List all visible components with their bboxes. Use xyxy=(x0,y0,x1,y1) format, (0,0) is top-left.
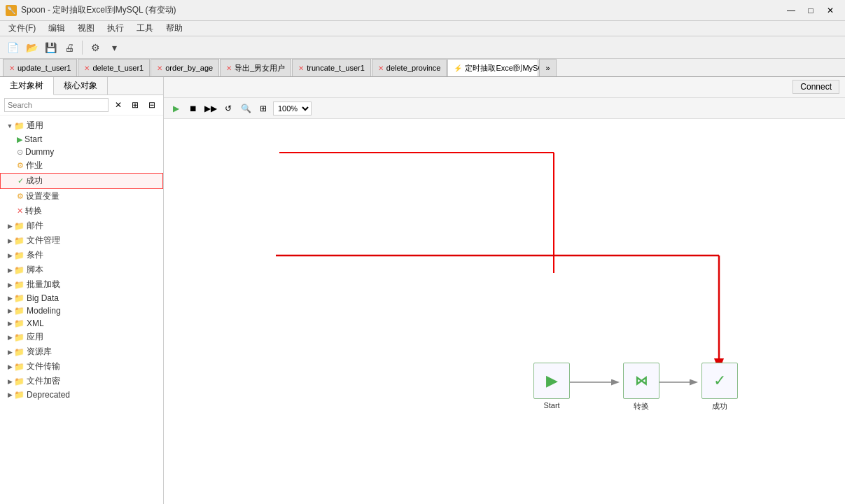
tree-label-job: 作业 xyxy=(26,160,43,172)
connect-button[interactable]: Connect xyxy=(792,80,839,94)
folder-icon-mail: 📁 xyxy=(14,221,25,231)
maximize-button[interactable]: □ xyxy=(802,3,820,18)
tree-item-general[interactable]: ▼ 📁 通用 xyxy=(0,118,163,133)
tab-truncate-t-user1[interactable]: ✕ truncate_t_user1 xyxy=(292,59,371,76)
tab-export-users[interactable]: ✕ 导出_男女用户 xyxy=(220,59,291,76)
wf-node-transform[interactable]: ⋈ 转换 xyxy=(617,363,665,412)
search-collapse-button[interactable]: ⊟ xyxy=(145,98,159,112)
canvas[interactable]: ▶ Start ⋈ 转换 ✓ 成功 xyxy=(164,119,845,504)
wf-node-start-label: Start xyxy=(543,401,559,410)
menu-view[interactable]: 视图 xyxy=(72,21,100,36)
search-clear-button[interactable]: ✕ xyxy=(111,98,125,112)
tree-item-fileencrypt[interactable]: ▶ 📁 文件加密 xyxy=(0,374,163,388)
wf-node-start-box[interactable]: ▶ xyxy=(533,363,570,399)
main-layout: ✕ update_t_user1 ✕ delete_t_user1 ✕ orde… xyxy=(0,59,845,504)
zoom-select[interactable]: 100% xyxy=(273,102,312,115)
tree-item-script[interactable]: ▶ 📁 脚本 xyxy=(0,262,163,277)
tab-label-2: delete_t_user1 xyxy=(92,64,144,72)
tree-arrow-xml: ▶ xyxy=(6,320,14,327)
minimize-button[interactable]: — xyxy=(782,3,800,18)
tab-excel-mysql[interactable]: ⚡ 定时抽取Excel到MySQL ✕ xyxy=(447,59,538,77)
menu-file[interactable]: 文件(F) xyxy=(3,21,41,36)
tree-arrow-filetransfer: ▶ xyxy=(6,363,14,370)
folder-icon-filetransfer: 📁 xyxy=(14,362,25,372)
tree-arrow-bulkload: ▶ xyxy=(6,281,14,288)
toolbar-open[interactable]: 📂 xyxy=(23,39,40,56)
tab-icon-6: ✕ xyxy=(378,64,384,72)
wf-node-transform-box[interactable]: ⋈ xyxy=(623,363,659,399)
tree-item-filemanage[interactable]: ▶ 📁 文件管理 xyxy=(0,233,163,248)
tree-label-success: 成功 xyxy=(26,175,43,187)
search-expand-button[interactable]: ⊞ xyxy=(128,98,142,112)
window-controls[interactable]: — □ ✕ xyxy=(782,3,839,18)
wf-node-start[interactable]: ▶ Start xyxy=(528,363,575,410)
toolbar-print[interactable]: 🖨 xyxy=(61,39,78,56)
tree-arrow-modeling: ▶ xyxy=(6,307,14,314)
search-input[interactable] xyxy=(4,98,109,112)
tab-label-5: truncate_t_user1 xyxy=(307,64,365,72)
tree-item-modeling[interactable]: ▶ 📁 Modeling xyxy=(0,304,163,317)
tree-label-fileencrypt: 文件加密 xyxy=(27,375,60,387)
tree-arrow-deprecated: ▶ xyxy=(6,391,14,398)
tab-icon-2: ✕ xyxy=(84,64,90,72)
tree-item-success[interactable]: ✓ 成功 xyxy=(0,173,163,189)
tree-item-filetransfer[interactable]: ▶ 📁 文件传输 xyxy=(0,359,163,374)
tree-item-bulkload[interactable]: ▶ 📁 批量加载 xyxy=(0,277,163,292)
tree: ▼ 📁 通用 ▶ Start ⊙ Dummy ⚙ 作业 xyxy=(0,115,163,504)
left-tab-core[interactable]: 核心对象 xyxy=(54,77,108,94)
toolbar-dropdown[interactable]: ▾ xyxy=(106,39,123,56)
toolbar-save[interactable]: 💾 xyxy=(42,39,59,56)
wf-node-success-label: 成功 xyxy=(712,401,727,412)
folder-icon-repo: 📁 xyxy=(14,347,25,357)
window-title: Spoon - 定时抽取Excel到MySQL (有变动) xyxy=(21,4,176,16)
tree-item-start[interactable]: ▶ Start xyxy=(0,133,163,146)
tree-item-mail[interactable]: ▶ 📁 邮件 xyxy=(0,218,163,233)
tab-order-by-age[interactable]: ✕ order_by_age xyxy=(151,59,219,76)
left-tab-objects[interactable]: 主对象树 xyxy=(0,77,54,95)
tree-item-xml[interactable]: ▶ 📁 XML xyxy=(0,317,163,330)
menu-bar: 文件(F) 编辑 视图 执行 工具 帮助 xyxy=(0,21,845,36)
tree-item-job[interactable]: ⚙ 作业 xyxy=(0,158,163,173)
content-area: 主对象树 核心对象 ✕ ⊞ ⊟ ▼ 📁 通用 xyxy=(0,77,845,504)
tab-label-1: update_t_user1 xyxy=(18,64,71,72)
tree-item-bigdata[interactable]: ▶ 📁 Big Data xyxy=(0,292,163,304)
tab-delete-t-user1[interactable]: ✕ delete_t_user1 xyxy=(78,59,150,76)
canvas-header: Connect xyxy=(164,77,845,98)
canvas-stop-button[interactable]: ⏹ xyxy=(186,101,201,116)
tab-delete-province[interactable]: ✕ delete_province xyxy=(372,59,447,76)
canvas-grid-button[interactable]: ⊞ xyxy=(256,101,271,116)
toolbar-settings[interactable]: ⚙ xyxy=(87,39,104,56)
start-node-icon: ▶ xyxy=(546,372,558,390)
wf-node-success[interactable]: ✓ 成功 xyxy=(696,363,743,412)
tab-icon-3: ✕ xyxy=(157,64,162,72)
menu-edit[interactable]: 编辑 xyxy=(43,21,71,36)
tree-item-deprecated[interactable]: ▶ 📁 Deprecated xyxy=(0,388,163,401)
canvas-zoom-in-button[interactable]: 🔍 xyxy=(238,101,253,116)
wf-node-success-box[interactable]: ✓ xyxy=(701,363,738,399)
tree-label-modeling: Modeling xyxy=(27,306,61,316)
tree-item-condition[interactable]: ▶ 📁 条件 xyxy=(0,248,163,262)
close-button[interactable]: ✕ xyxy=(821,3,839,18)
canvas-replay-button[interactable]: ↺ xyxy=(221,101,236,116)
toolbar-new[interactable]: 📄 xyxy=(4,39,21,56)
tree-item-transform[interactable]: ✕ 转换 xyxy=(0,204,163,218)
tree-item-dummy[interactable]: ⊙ Dummy xyxy=(0,146,163,158)
tab-icon-5: ✕ xyxy=(298,64,304,72)
menu-run[interactable]: 执行 xyxy=(102,21,130,36)
tree-item-app[interactable]: ▶ 📁 应用 xyxy=(0,330,163,344)
canvas-step-button[interactable]: ▶▶ xyxy=(203,101,218,116)
success-icon: ✓ xyxy=(18,176,24,186)
tree-item-repo[interactable]: ▶ 📁 资源库 xyxy=(0,344,163,359)
menu-help[interactable]: 帮助 xyxy=(160,21,188,36)
menu-tools[interactable]: 工具 xyxy=(131,21,159,36)
tree-item-setvariable[interactable]: ⚙ 设置变量 xyxy=(0,189,163,204)
canvas-run-button[interactable]: ▶ xyxy=(168,101,183,116)
folder-icon-condition: 📁 xyxy=(14,251,25,260)
left-tab-objects-label: 主对象树 xyxy=(10,80,43,90)
tree-label-mail: 邮件 xyxy=(27,220,43,232)
left-panel: 主对象树 核心对象 ✕ ⊞ ⊟ ▼ 📁 通用 xyxy=(0,77,164,504)
tab-update-t-user1[interactable]: ✕ update_t_user1 xyxy=(3,59,77,76)
left-panel-tabs: 主对象树 核心对象 xyxy=(0,77,163,95)
tree-arrow-repo: ▶ xyxy=(6,349,14,356)
tab-more[interactable]: » xyxy=(539,59,556,76)
